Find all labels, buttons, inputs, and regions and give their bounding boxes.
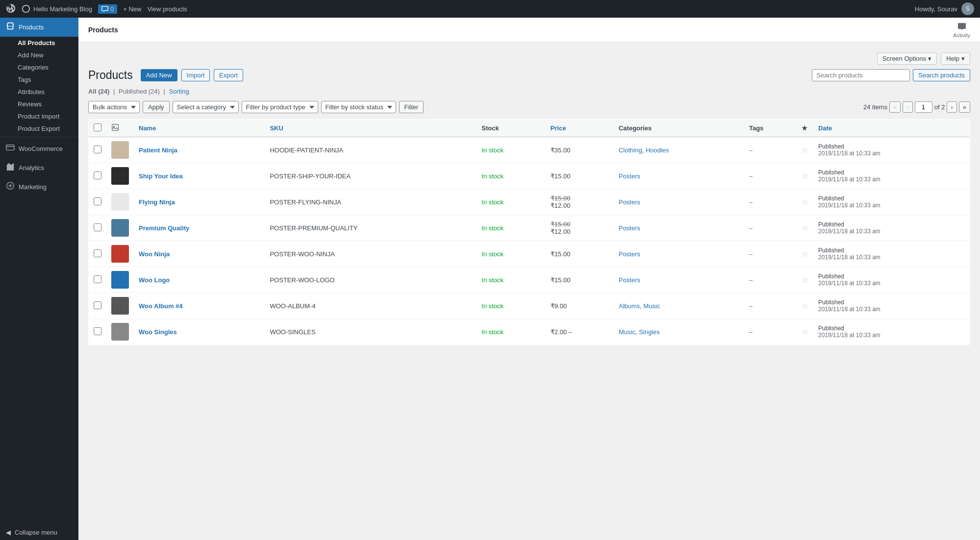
content-header: Products Activity	[78, 18, 980, 43]
subfilter-all[interactable]: All (24)	[88, 88, 111, 95]
category-link[interactable]: Hoodies	[646, 147, 669, 154]
subfilter-sorting[interactable]: Sorting	[169, 88, 189, 95]
product-featured[interactable]: ☆	[797, 267, 813, 293]
sidebar-item-woocommerce[interactable]: WooCommerce	[0, 139, 78, 158]
category-link[interactable]: Clothing	[619, 147, 642, 154]
activity-button[interactable]: Activity	[953, 22, 970, 38]
help-button[interactable]: Help ▾	[941, 52, 970, 65]
category-link[interactable]: Albums	[619, 302, 640, 310]
product-name-link[interactable]: Flying Ninja	[139, 198, 175, 206]
collapse-menu-button[interactable]: ◀ Collapse menu	[0, 525, 78, 540]
row-checkbox[interactable]	[94, 275, 101, 283]
category-link[interactable]: Music	[644, 302, 660, 310]
star-icon[interactable]: ☆	[802, 328, 808, 336]
product-name-link[interactable]: Woo Singles	[139, 328, 177, 336]
category-link[interactable]: Posters	[619, 172, 640, 180]
category-link[interactable]: Posters	[619, 250, 640, 258]
sidebar-item-reviews[interactable]: Reviews	[0, 98, 78, 110]
sidebar-item-product-export[interactable]: Product Export	[0, 123, 78, 135]
price-normal: ₹15.00	[551, 172, 571, 180]
th-sku[interactable]: SKU	[265, 120, 477, 137]
admin-bar: Hello Marketing Blog 0 + New View produc…	[0, 0, 980, 18]
sidebar-item-attributes[interactable]: Attributes	[0, 86, 78, 98]
star-icon[interactable]: ☆	[802, 198, 808, 206]
screen-options-label: Screen Options	[882, 55, 927, 62]
avatar[interactable]: S	[961, 2, 974, 15]
category-link[interactable]: Posters	[619, 198, 640, 206]
last-page-button[interactable]: »	[959, 101, 970, 113]
product-name-link[interactable]: Patient Ninja	[139, 147, 177, 154]
wp-logo-icon[interactable]	[6, 3, 16, 15]
import-button[interactable]: Import	[181, 69, 210, 81]
category-link[interactable]: Music	[619, 328, 635, 336]
star-icon[interactable]: ☆	[802, 224, 808, 232]
sidebar-item-tags[interactable]: Tags	[0, 74, 78, 86]
comments-bubble[interactable]: 0	[98, 4, 117, 14]
row-checkbox[interactable]	[94, 223, 101, 231]
sidebar-item-categories[interactable]: Categories	[0, 61, 78, 74]
page-input[interactable]	[915, 101, 932, 113]
category-select[interactable]: Select a category	[173, 101, 239, 113]
next-page-button[interactable]: ›	[947, 101, 956, 113]
apply-button[interactable]: Apply	[143, 101, 170, 113]
select-all-checkbox[interactable]	[94, 123, 101, 131]
row-checkbox[interactable]	[94, 249, 101, 257]
add-new-button[interactable]: Add New	[141, 69, 177, 81]
first-page-button[interactable]: «	[889, 101, 901, 113]
screen-options-button[interactable]: Screen Options ▾	[877, 52, 937, 65]
sidebar-item-product-import[interactable]: Product Import	[0, 110, 78, 123]
search-button[interactable]: Search products	[913, 69, 970, 81]
search-input[interactable]	[812, 69, 910, 81]
product-featured[interactable]: ☆	[797, 163, 813, 189]
category-link[interactable]: Posters	[619, 224, 640, 232]
category-link[interactable]: Posters	[619, 276, 640, 284]
sidebar-item-analytics[interactable]: Analytics	[0, 158, 78, 177]
star-icon[interactable]: ☆	[802, 276, 808, 284]
sidebar-item-marketing[interactable]: Marketing	[0, 177, 78, 196]
product-name-link[interactable]: Woo Logo	[139, 276, 170, 284]
prev-page-button[interactable]: ‹	[903, 101, 912, 113]
product-featured[interactable]: ☆	[797, 137, 813, 163]
page-content: Screen Options ▾ Help ▾ Products Add New…	[78, 43, 980, 540]
th-name[interactable]: Name	[134, 120, 265, 137]
product-featured[interactable]: ☆	[797, 319, 813, 345]
product-type-select[interactable]: Filter by product type	[242, 101, 318, 113]
help-label: Help	[946, 55, 959, 62]
sidebar-item-all-products[interactable]: All Products	[0, 37, 78, 49]
product-name-link[interactable]: Woo Ninja	[139, 250, 170, 258]
sidebar-item-products[interactable]: Products	[0, 18, 78, 37]
product-featured[interactable]: ☆	[797, 293, 813, 319]
export-button[interactable]: Export	[214, 69, 243, 81]
product-name-link[interactable]: Ship Your Idea	[139, 172, 183, 180]
row-checkbox[interactable]	[94, 146, 101, 153]
product-thumbnail	[111, 297, 129, 315]
row-checkbox[interactable]	[94, 301, 101, 309]
row-checkbox[interactable]	[94, 172, 101, 179]
sidebar-item-add-new[interactable]: Add New	[0, 49, 78, 61]
date-status: Published	[818, 143, 965, 150]
category-link[interactable]: Singles	[639, 328, 660, 336]
product-name-link[interactable]: Woo Album #4	[139, 302, 183, 310]
site-name[interactable]: Hello Marketing Blog	[22, 4, 92, 13]
items-count: 24 items	[863, 103, 887, 111]
filter-button[interactable]: Filter	[399, 101, 424, 113]
star-icon[interactable]: ☆	[802, 172, 808, 180]
th-price[interactable]: Price	[546, 120, 614, 137]
th-date[interactable]: Date	[813, 120, 970, 137]
date-value: 2019/11/18 at 10:33 am	[818, 228, 965, 235]
star-icon[interactable]: ☆	[802, 302, 808, 310]
add-new-link[interactable]: + New	[123, 5, 141, 13]
view-products-link[interactable]: View products	[147, 5, 187, 13]
star-icon[interactable]: ☆	[802, 250, 808, 258]
product-featured[interactable]: ☆	[797, 241, 813, 267]
table-row: Woo LogoPOSTER-WOO-LOGOIn stock₹15.00Pos…	[89, 267, 970, 293]
row-checkbox[interactable]	[94, 327, 101, 335]
product-name-link[interactable]: Premium Quality	[139, 224, 189, 232]
product-featured[interactable]: ☆	[797, 215, 813, 241]
subfilter-published[interactable]: Published (24)	[119, 88, 162, 95]
row-checkbox[interactable]	[94, 197, 101, 205]
product-featured[interactable]: ☆	[797, 189, 813, 215]
star-icon[interactable]: ☆	[802, 146, 808, 154]
bulk-actions-select[interactable]: Bulk actions	[88, 101, 140, 113]
stock-status-select[interactable]: Filter by stock status	[321, 101, 396, 113]
